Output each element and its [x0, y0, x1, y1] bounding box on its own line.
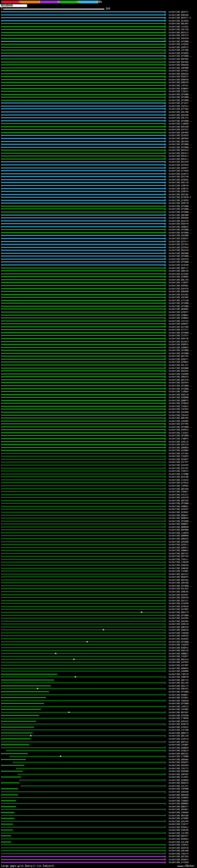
hit-alignment-line[interactable] — [1, 803, 165, 804]
hit-label[interactable]: UniRef100_Q3TB18 — [169, 164, 188, 166]
hit-label[interactable]: UniRef100_Q3TIE4 — [169, 243, 188, 246]
hit-alignment-line[interactable] — [1, 833, 165, 834]
hit-alignment-line[interactable] — [1, 82, 165, 83]
hit-alignment-line[interactable] — [1, 170, 165, 171]
hit-alignment-line[interactable] — [1, 347, 165, 348]
hit-label[interactable]: UniRef100_A7AVP6 — [169, 602, 188, 605]
hit-alignment-line[interactable] — [1, 777, 21, 777]
hit-label[interactable]: UniRef100_Q6P8E8 — [169, 137, 188, 140]
hit-label[interactable]: UniRef100_C5KVL1 — [169, 558, 188, 561]
hit-alignment-line[interactable] — [1, 344, 165, 345]
hit-alignment-line[interactable] — [1, 102, 165, 103]
hit-label[interactable]: UniRef100_C5FJ80 — [169, 729, 188, 731]
hit-label[interactable]: UniRef100_Q2GSV5 — [169, 720, 188, 723]
hit-alignment-line[interactable] — [1, 723, 165, 724]
hit-alignment-line[interactable] — [1, 791, 165, 792]
hit-alignment-line[interactable] — [1, 26, 165, 27]
hit-label[interactable]: UniRef100_Q13838 — [169, 199, 188, 202]
hit-label[interactable]: UniRef100_Q9Z1N5 — [169, 193, 188, 196]
hit-alignment-line[interactable] — [1, 315, 165, 316]
hit-alignment-line[interactable] — [1, 665, 165, 666]
hit-alignment-line[interactable] — [1, 718, 165, 719]
hit-alignment-line[interactable] — [1, 291, 165, 292]
hit-alignment-line[interactable] — [1, 388, 165, 389]
hit-label[interactable]: UniRef100_C4V8F7 — [169, 655, 188, 658]
hit-label[interactable]: UniRef100_A7EQ12 — [169, 726, 188, 728]
hit-label[interactable]: UniRef100_A8QB32 — [169, 226, 188, 228]
hit-label[interactable]: UniRef100_C4Q3F0 — [169, 644, 188, 646]
hit-label[interactable]: UniRef100_B9P5M2 — [169, 58, 188, 60]
hit-label[interactable]: UniRef100_A7UDN2 — [169, 817, 188, 820]
hit-label[interactable]: UniRef100_A5MZ12 — [169, 46, 188, 49]
hit-alignment-line[interactable] — [1, 400, 165, 401]
hit-label[interactable]: UniRef100_Q2H4D0 — [169, 411, 188, 413]
hit-label[interactable]: UniRef100_Q3UVN0 — [169, 234, 188, 237]
hit-alignment-line[interactable] — [1, 88, 165, 89]
hit-label[interactable]: UniRef100_C5DFK1 — [169, 844, 188, 846]
hit-alignment-line[interactable] — [1, 429, 165, 430]
hit-alignment-line[interactable] — [1, 788, 18, 789]
hit-label[interactable]: UniRef100_UPI000... — [169, 388, 192, 390]
hit-label[interactable]: UniRef100_B4NP97 — [169, 323, 188, 325]
hit-alignment-line[interactable] — [1, 706, 165, 707]
hit-label[interactable]: UniRef100_C4JU32 — [169, 479, 188, 481]
hit-label[interactable]: UniRef100_B3H8T3 — [169, 859, 188, 861]
hit-label[interactable]: UniRef100_B8M0H0 — [169, 534, 188, 537]
hit-alignment-line[interactable] — [1, 97, 165, 98]
hit-alignment-line[interactable] — [1, 320, 165, 321]
hit-label[interactable]: UniRef100_Q55C06 — [169, 476, 188, 478]
hit-label[interactable]: UniRef100_Q4WCW2 — [169, 567, 188, 570]
hit-alignment-line[interactable] — [1, 385, 165, 386]
hit-alignment-line[interactable] — [1, 738, 31, 739]
hit-label[interactable]: UniRef100_A0DYK2 — [169, 688, 188, 690]
hit-label[interactable]: UniRef100_A8N8G1 — [169, 505, 188, 508]
hit-alignment-line[interactable] — [1, 618, 165, 619]
hit-label[interactable]: UniRef100_C4NNT4 — [169, 438, 188, 440]
hit-label[interactable]: UniRef100_B9HA46 — [169, 64, 188, 66]
hit-label[interactable]: UniRef100_Q42VK7 — [169, 594, 188, 596]
hit-alignment-line[interactable] — [1, 459, 165, 460]
hit-alignment-line[interactable] — [1, 297, 165, 298]
hit-alignment-line[interactable] — [1, 659, 165, 660]
hit-alignment-line[interactable] — [1, 650, 165, 651]
hit-label[interactable]: UniRef100_A5DL35 — [169, 441, 188, 443]
hit-label[interactable]: UniRef100_C6YR05 — [169, 708, 188, 711]
hit-label[interactable]: UniRef100_A4SH37 — [169, 508, 188, 510]
hit-alignment-line[interactable] — [1, 570, 165, 571]
hit-alignment-line[interactable] — [1, 161, 165, 162]
hit-label[interactable]: UniRef100_Q5UFZ6 — [169, 847, 188, 849]
hit-label[interactable]: UniRef100_A2FM24 — [169, 661, 188, 663]
hit-label[interactable]: UniRef100_UPI000... — [169, 502, 192, 505]
hit-label[interactable]: UniRef100_A2SQE1 — [169, 696, 188, 699]
hit-alignment-line[interactable] — [1, 432, 165, 433]
hit-alignment-line[interactable] — [1, 38, 165, 39]
hit-label[interactable]: UniRef100_B0Y5C2 — [169, 741, 188, 743]
hit-label[interactable]: UniRef100_Q4XZR4 — [169, 617, 188, 620]
hit-alignment-line[interactable] — [1, 129, 165, 130]
hit-label[interactable]: UniRef100_UPI000... — [169, 99, 192, 102]
hit-label[interactable]: UniRef100_UPI000... — [169, 40, 192, 43]
hit-label[interactable]: UniRef100_C5E3E3 — [169, 408, 188, 410]
hit-label[interactable]: UniRef100_C5M123 — [169, 706, 188, 708]
hit-alignment-line[interactable] — [1, 585, 165, 586]
hit-alignment-line[interactable] — [1, 73, 165, 74]
hit-label[interactable]: UniRef100_Q5D910 — [169, 596, 188, 599]
hit-alignment-line[interactable] — [1, 173, 165, 174]
hit-alignment-line[interactable] — [1, 715, 39, 716]
hit-alignment-line[interactable] — [1, 680, 54, 680]
hit-alignment-line[interactable] — [1, 835, 11, 836]
hit-label[interactable]: UniRef100_B4LJX7 — [169, 364, 188, 366]
hit-alignment-line[interactable] — [1, 194, 165, 195]
hit-alignment-line[interactable] — [1, 606, 165, 607]
hit-label[interactable]: UniRef100_UPI000... — [169, 305, 192, 308]
hit-alignment-line[interactable] — [1, 559, 165, 560]
hit-alignment-line[interactable] — [1, 409, 165, 409]
hit-alignment-line[interactable] — [1, 600, 165, 601]
hit-label[interactable]: UniRef100_B9EGS6 — [169, 14, 188, 16]
hit-alignment-line[interactable] — [1, 23, 165, 24]
hit-label[interactable]: UniRef100_A7T1T7 — [169, 329, 188, 331]
hit-alignment-line[interactable] — [1, 294, 165, 295]
hit-alignment-line[interactable] — [1, 709, 41, 710]
hit-alignment-line[interactable] — [1, 268, 165, 269]
hit-label[interactable]: UniRef100_A9LST5 — [169, 117, 188, 119]
